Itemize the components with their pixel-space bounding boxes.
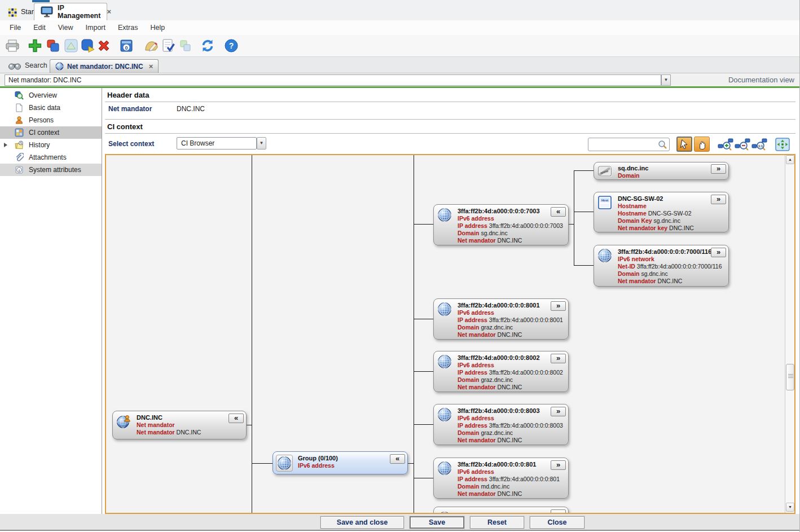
sidebar-item-system-attributes[interactable]: iSystem attributes <box>0 164 102 176</box>
node-attribute: IP address 3ffa:ff2b:4d:a000:0:0:0:8001 <box>458 316 566 324</box>
tree-node-ip801[interactable]: 3ffa:ff2b:4d:a000:0:0:0:801IPv6 addressI… <box>433 458 569 499</box>
tab-net-mandator-label: Net mandator: DNC.INC <box>67 63 143 71</box>
node-attribute: Net mandator DNC.INC <box>137 429 244 436</box>
collapse-node-button[interactable]: « <box>551 207 566 217</box>
expand-node-button[interactable]: » <box>711 164 726 174</box>
zoom-one-to-one-button[interactable]: 1:1 <box>751 138 768 151</box>
collapse-node-button[interactable]: « <box>228 414 244 423</box>
diagram-search-box <box>588 138 670 151</box>
fit-view-icon <box>775 138 790 151</box>
tree-node-ip7003[interactable]: 3ffa:ff2b:4d:a000:0:0:0:7003IPv6 address… <box>433 204 569 245</box>
menu-view[interactable]: View <box>52 21 80 34</box>
menu-extras[interactable]: Extras <box>112 21 144 34</box>
expand-node-button[interactable]: » <box>711 195 726 204</box>
fit-view-button[interactable] <box>774 138 791 151</box>
expand-node-button[interactable]: » <box>711 248 726 257</box>
close-tab-icon[interactable]: × <box>107 9 111 15</box>
sidebar-nav: OverviewBasic dataPersonsCI contextHisto… <box>0 88 102 531</box>
node-title: 3ffa:ff2b:4d:a000:0:0:0:8002 <box>458 354 566 362</box>
history-icon <box>15 140 24 150</box>
tree-node-sw02[interactable]: HostDNC-SG-SW-02HostnameHostname DNC-SG-… <box>594 192 729 232</box>
tab-net-mandator[interactable]: Net mandator: DNC.INC × <box>50 59 159 73</box>
menu-file[interactable]: File <box>3 21 27 34</box>
tree-node-partial[interactable]: » <box>433 507 569 513</box>
expand-node-button[interactable]: » <box>551 354 566 363</box>
expand-node-button[interactable]: » <box>551 301 566 311</box>
net-mandator-field-value: DNC.INC <box>177 105 205 113</box>
sidebar-item-persons[interactable]: Persons <box>0 114 102 126</box>
tree-node-net7000[interactable]: 3ffa:ff2b:4d:a000:0:0:0:7000/116IPv6 net… <box>594 245 729 287</box>
basic-data-icon <box>15 103 24 112</box>
expand-node-button[interactable]: » <box>551 509 566 513</box>
zoom-in-icon <box>718 138 733 151</box>
add-icon[interactable] <box>27 38 43 54</box>
menu-help[interactable]: Help <box>144 21 171 34</box>
chevron-down-icon[interactable]: ▼ <box>257 137 266 150</box>
main-toolbar: 0? <box>0 35 800 57</box>
reset-button[interactable]: Reset <box>470 516 524 529</box>
save-button[interactable]: Save <box>410 516 464 529</box>
copy-icon[interactable] <box>45 38 61 54</box>
menu-edit[interactable]: Edit <box>27 21 52 34</box>
sidebar-item-label: Basic data <box>29 104 60 112</box>
sidebar-item-attachments[interactable]: Attachments <box>0 151 102 164</box>
edit-icon[interactable] <box>143 38 159 54</box>
object-selector-row: Net mandator: DNC.INC ▼ Documentation vi… <box>0 73 800 86</box>
expand-node-button[interactable]: » <box>551 407 566 416</box>
help-icon[interactable]: ? <box>223 38 239 54</box>
template-icon[interactable] <box>63 38 79 54</box>
sidebar-item-basic-data[interactable]: Basic data <box>0 102 102 114</box>
globe-icon <box>437 461 452 476</box>
ci-browser-canvas[interactable]: DNC.INCNet mandatorNet mandator DNC.INC«… <box>105 154 795 514</box>
node-attribute: Net mandator DNC.INC <box>458 437 566 444</box>
node-type: Domain <box>618 172 726 179</box>
tree-node-dnc[interactable]: DNC.INCNet mandatorNet mandator DNC.INC« <box>112 411 247 439</box>
node-attribute: Net mandator DNC.INC <box>458 331 566 338</box>
chevron-down-icon[interactable]: ▼ <box>661 74 671 86</box>
select-cursor-button[interactable] <box>676 137 692 152</box>
open-icon[interactable] <box>80 38 96 54</box>
context-combobox[interactable]: CI Browser <box>177 137 257 150</box>
node-attribute: Net mandator DNC.INC <box>458 490 566 498</box>
zoom-in-button[interactable] <box>717 138 734 151</box>
printer-icon[interactable] <box>5 38 20 54</box>
node-type: IPv6 address <box>458 309 566 316</box>
svg-text:Host: Host <box>601 199 608 202</box>
sidebar-item-history[interactable]: History <box>0 139 102 151</box>
vertical-scrollbar[interactable]: ▲ ▼ <box>785 155 794 513</box>
close-button[interactable]: Close <box>530 516 584 529</box>
tree-node-sq[interactable]: wwwsq.dnc.incDomain» <box>594 162 729 180</box>
menu-import[interactable]: Import <box>80 21 112 34</box>
object-selector-combobox[interactable]: Net mandator: DNC.INC <box>5 74 661 86</box>
tree-node-ip8001[interactable]: 3ffa:ff2b:4d:a000:0:0:0:8001IPv6 address… <box>433 298 569 340</box>
node-title: 3ffa:ff2b:4d:a000:0:0:0:8001 <box>458 301 566 309</box>
tree-node-ip8003[interactable]: 3ffa:ff2b:4d:a000:0:0:0:8003IPv6 address… <box>433 404 569 445</box>
expand-arrow-icon[interactable] <box>4 143 7 147</box>
globe-icon <box>597 248 612 263</box>
sidebar-item-overview[interactable]: Overview <box>0 89 102 102</box>
sidebar-item-ci-context[interactable]: CI context <box>0 126 102 139</box>
info-window-icon[interactable]: 0 <box>118 38 134 54</box>
scroll-down-icon[interactable]: ▼ <box>786 503 794 512</box>
node-type: IPv6 address <box>458 415 566 422</box>
delete-icon[interactable] <box>96 38 112 54</box>
tree-node-group[interactable]: Group (0/100)IPv6 address« <box>272 451 408 474</box>
zoom-out-button[interactable] <box>734 138 751 151</box>
scrollbar-thumb[interactable] <box>786 364 794 390</box>
task-check-icon[interactable] <box>160 38 176 54</box>
expand-node-button[interactable]: » <box>551 460 566 470</box>
refresh-icon[interactable] <box>200 38 216 54</box>
tab-search[interactable]: Search <box>3 59 52 72</box>
collapse-node-button[interactable]: « <box>390 454 405 464</box>
divider <box>105 119 795 120</box>
save-and-close-button[interactable]: Save and close <box>320 516 404 529</box>
node-attribute: Domain sg.dnc.inc <box>458 230 566 237</box>
tree-node-ip8002[interactable]: 3ffa:ff2b:4d:a000:0:0:0:8002IPv6 address… <box>433 351 569 392</box>
scroll-up-icon[interactable]: ▲ <box>786 155 794 164</box>
pan-hand-button[interactable] <box>694 137 710 152</box>
diagram-search-input[interactable] <box>591 139 656 150</box>
objects-icon[interactable] <box>177 38 193 54</box>
tab-ip-management[interactable]: IP Management × <box>34 3 107 20</box>
divider <box>105 133 795 134</box>
close-tab-icon[interactable]: × <box>149 64 153 69</box>
